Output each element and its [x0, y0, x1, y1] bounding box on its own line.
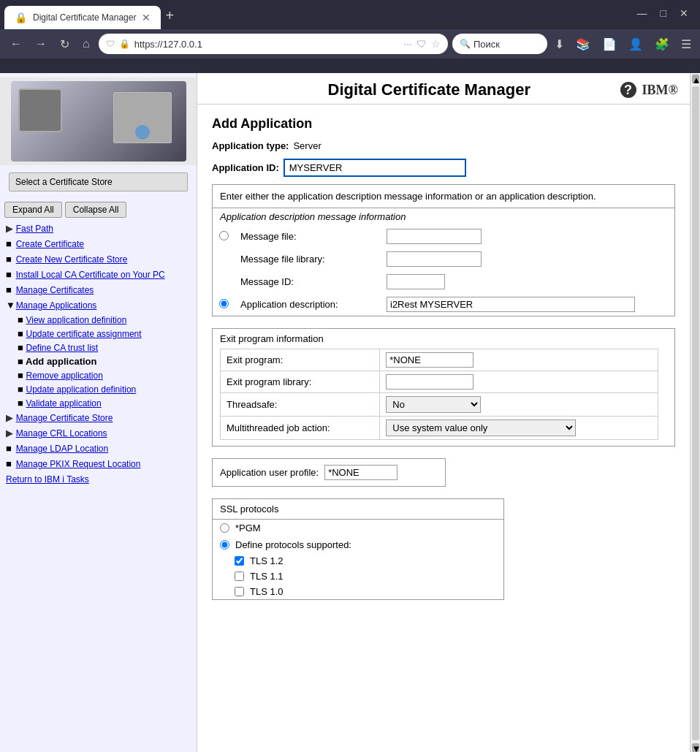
refresh-btn[interactable]: ↻: [56, 34, 74, 54]
sidebar-item-manage-certificates[interactable]: ■ Manage Certificates: [0, 282, 197, 297]
reader-icon[interactable]: 📄: [599, 34, 620, 54]
download-icon[interactable]: ⬇: [552, 34, 567, 54]
ssl-tls11-checkbox[interactable]: [235, 571, 244, 581]
scrollbar-up-arrow[interactable]: ▲: [692, 75, 699, 83]
logo-image: [11, 81, 186, 162]
account-icon[interactable]: 👤: [625, 34, 646, 54]
search-bar[interactable]: 🔍 Поиск: [452, 34, 547, 54]
sidebar-item-manage-cert-store[interactable]: ▶ Manage Certificate Store: [0, 410, 197, 425]
close-btn[interactable]: ✕: [675, 6, 693, 20]
menu-icon[interactable]: ☰: [678, 34, 694, 54]
msg-file-lib-input[interactable]: [387, 251, 482, 267]
desc-section-title: Application description message informat…: [213, 208, 674, 225]
desc-table: Message file: Message file library: Mess…: [213, 225, 674, 316]
manage-cert-store-link[interactable]: Manage Certificate Store: [16, 413, 113, 423]
select-certificate-store-btn[interactable]: Select a Certificate Store: [9, 172, 188, 191]
remove-application-link[interactable]: Remove application: [26, 371, 102, 381]
ssl-pgm-label: *PGM: [235, 523, 261, 533]
bullet-icon: ■: [6, 458, 13, 469]
library-icon[interactable]: 📚: [573, 34, 593, 54]
update-cert-assign-link[interactable]: Update certificate assignment: [26, 329, 141, 339]
ssl-tls12-checkbox[interactable]: [235, 556, 244, 566]
manage-certificates-link[interactable]: Manage Certificates: [16, 285, 94, 295]
star-icon[interactable]: ☆: [431, 38, 441, 50]
define-ca-trust-link[interactable]: Define CA trust list: [26, 343, 98, 353]
scrollbar-thumb[interactable]: [692, 86, 699, 740]
msg-id-input[interactable]: [387, 274, 445, 289]
manage-ldap-link[interactable]: Manage LDAP Location: [16, 444, 109, 454]
update-app-def-link[interactable]: Update application definition: [26, 384, 136, 395]
validate-application-link[interactable]: Validate application: [26, 398, 101, 409]
extensions-icon[interactable]: 🧩: [652, 34, 672, 54]
threadsafe-select[interactable]: No Yes: [386, 396, 481, 413]
search-icon: 🔍: [460, 39, 471, 49]
more-options-icon[interactable]: ···: [403, 38, 412, 50]
manage-crl-link[interactable]: Manage CRL Locations: [16, 428, 107, 438]
sidebar-subitem-validate-application[interactable]: ■ Validate application: [0, 396, 197, 410]
app-id-input[interactable]: [284, 159, 466, 177]
sidebar-item-manage-applications[interactable]: ▼ Manage Applications: [0, 297, 197, 313]
sidebar-item-create-new-cert-store[interactable]: ■ Create New Certificate Store: [0, 251, 197, 267]
create-certificate-link[interactable]: Create Certificate: [16, 239, 84, 249]
tab-close-btn[interactable]: ✕: [142, 12, 151, 23]
exit-program-lib-input[interactable]: [386, 374, 473, 390]
new-tab-btn[interactable]: +: [165, 7, 174, 24]
msg-file-input[interactable]: [387, 229, 482, 244]
scrollbar-down-arrow[interactable]: ▼: [692, 743, 699, 752]
home-btn[interactable]: ⌂: [78, 34, 94, 53]
bullet-icon: ■: [6, 269, 13, 280]
window-controls: — □ ✕: [633, 6, 693, 20]
multithreaded-label: Multithreaded job action:: [221, 417, 380, 440]
msg-file-lib-label: Message file library:: [235, 248, 381, 270]
multithreaded-select[interactable]: Use system value only Allow Prevent: [386, 419, 576, 436]
bullet-icon: ■: [6, 443, 13, 454]
msg-id-row: Message ID:: [213, 270, 674, 293]
sidebar-nav: ▶ Fast Path ■ Create Certificate ■ Creat…: [0, 221, 197, 487]
sidebar-item-install-local-ca[interactable]: ■ Install Local CA Certificate on Your P…: [0, 267, 197, 282]
sidebar-item-create-certificate[interactable]: ■ Create Certificate: [0, 236, 197, 251]
bookmark-icon[interactable]: 🛡: [416, 38, 427, 50]
description-box: Enter either the application description…: [212, 184, 675, 316]
exit-program-lib-row: Exit program library:: [221, 371, 658, 393]
manage-applications-link[interactable]: Manage Applications: [16, 300, 97, 311]
return-ibm-link[interactable]: Return to IBM i Tasks: [6, 474, 89, 485]
sidebar-subitem-define-ca-trust[interactable]: ■ Define CA trust list: [0, 341, 197, 354]
sidebar-item-return-ibm[interactable]: Return to IBM i Tasks: [0, 471, 197, 487]
maximize-btn[interactable]: □: [656, 6, 671, 20]
forward-btn[interactable]: →: [31, 34, 51, 53]
sidebar-item-manage-crl[interactable]: ▶ Manage CRL Locations: [0, 425, 197, 441]
view-app-def-link[interactable]: View application definition: [26, 315, 126, 325]
user-profile-input[interactable]: [324, 465, 397, 480]
browser-tab[interactable]: 🔒 Digital Certificate Manager ✕: [4, 6, 161, 29]
radio-msg-group[interactable]: [219, 231, 229, 240]
content-header: Digital Certificate Manager ? IBM®: [197, 73, 690, 104]
ssl-define-radio[interactable]: [220, 540, 229, 550]
create-new-cert-store-link[interactable]: Create New Certificate Store: [16, 254, 128, 265]
back-btn[interactable]: ←: [6, 34, 26, 53]
app-desc-input[interactable]: [387, 297, 635, 312]
expand-all-btn[interactable]: Expand All: [4, 202, 62, 218]
install-local-ca-link[interactable]: Install Local CA Certificate on Your PC: [16, 270, 165, 280]
sidebar-item-manage-pkix[interactable]: ■ Manage PKIX Request Location: [0, 456, 197, 471]
minimize-btn[interactable]: —: [633, 6, 652, 20]
radio-app-desc[interactable]: [219, 299, 229, 308]
sidebar-item-fast-path[interactable]: ▶ Fast Path: [0, 221, 197, 236]
address-bar[interactable]: 🛡 🔒 https://127.0.0.1 ··· 🛡 ☆: [99, 34, 448, 54]
app-id-row: Application ID:: [212, 159, 675, 177]
collapse-all-btn[interactable]: Collapse All: [65, 202, 127, 218]
ssl-tls10-checkbox[interactable]: [235, 587, 244, 596]
sidebar-subitem-update-cert-assign[interactable]: ■ Update certificate assignment: [0, 327, 197, 341]
ssl-pgm-radio[interactable]: [220, 523, 229, 533]
sidebar-item-manage-ldap[interactable]: ■ Manage LDAP Location: [0, 441, 197, 456]
app-desc-row: Application description:: [213, 293, 674, 316]
scrollbar[interactable]: ▲ ▼: [690, 73, 700, 752]
exit-program-input[interactable]: [386, 352, 473, 368]
help-icon[interactable]: ?: [620, 82, 636, 98]
fast-path-link[interactable]: Fast Path: [16, 224, 53, 234]
manage-pkix-link[interactable]: Manage PKIX Request Location: [16, 459, 141, 469]
sidebar-subitem-update-app-def[interactable]: ■ Update application definition: [0, 382, 197, 396]
sidebar-subitem-remove-application[interactable]: ■ Remove application: [0, 368, 197, 382]
page-title: Add Application: [212, 116, 675, 132]
sidebar-subitem-view-app-def[interactable]: ■ View application definition: [0, 313, 197, 327]
threadsafe-label: Threadsafe:: [221, 393, 380, 417]
